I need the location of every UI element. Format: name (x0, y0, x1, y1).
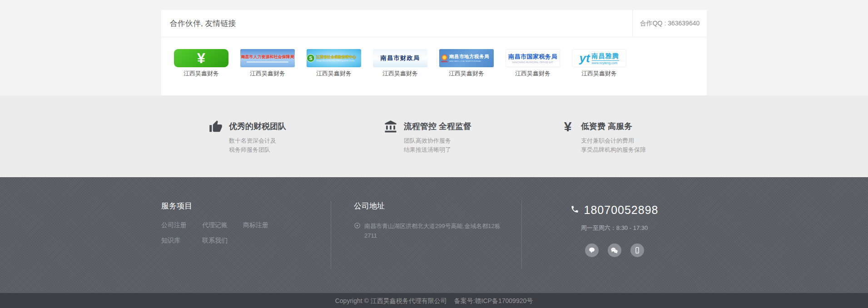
services-heading: 服务项目 (161, 201, 331, 211)
partner-logo-caption: 江西昊鑫财务 (240, 70, 295, 78)
partners-section: 合作伙伴, 友情链接 合作QQ : 363639640 ¥ 江西昊鑫财务 南昌市… (0, 0, 868, 95)
partner-logo-caption: 江西昊鑫财务 (307, 70, 361, 78)
dishui-banner: 南昌市地方税务局 NANCHANG LOCAL TAXATION BUREAU (439, 49, 494, 67)
footer-contact-column: 18070052898 周一至周六：8:30 - 17:30 (522, 201, 707, 269)
partner-qq-label: 合作QQ : 363639640 (632, 10, 707, 37)
shebao-title: 江西省社会保险管理中心 (316, 55, 361, 60)
partner-logo-green-yuan[interactable]: ¥ 江西昊鑫财务 (174, 49, 228, 78)
guoshui-subtitle: NANCHANG MUNICIPAL OFFICE SAT (512, 61, 554, 64)
wechat-icon[interactable] (608, 243, 621, 257)
shebao-badge-icon: S (307, 54, 315, 62)
dishui-subtitle: NANCHANG LOCAL TAXATION BUREAU (449, 60, 477, 62)
footer-services-column: 服务项目 公司注册 代理记账 商标注册 知识库 联系我们 (161, 201, 331, 269)
renshe-banner: 南昌市人力资源和社会保障局 (240, 49, 295, 67)
partner-logo-caizheng[interactable]: 南昌市财政局 江西昊鑫财务 (373, 49, 427, 78)
green-yuan-logo: ¥ (174, 49, 228, 67)
thumbs-up-icon (208, 120, 223, 134)
footer-link-contact[interactable]: 联系我们 (202, 237, 243, 245)
partner-logo-dishui[interactable]: 南昌市地方税务局 NANCHANG LOCAL TAXATION BUREAU … (439, 49, 494, 78)
partners-header: 合作伙伴, 友情链接 合作QQ : 363639640 (161, 10, 707, 37)
partner-logo-yateng[interactable]: yt 南昌雅腾 www.ncyteng.com 江西昊鑫财务 (572, 49, 626, 78)
shebao-subtitle: Jiangxi Social Insurance Management Cent… (316, 60, 347, 61)
bank-icon (383, 120, 398, 134)
feature-line: 享受品牌机构的服务保障 (581, 145, 646, 154)
yuan-symbol: ¥ (197, 49, 205, 67)
yateng-url: www.ncyteng.com (592, 60, 619, 65)
feature-title: 流程管控 全程监督 (404, 121, 471, 132)
footer-link-trademark[interactable]: 商标注册 (243, 221, 284, 229)
yateng-banner: yt 南昌雅腾 www.ncyteng.com (572, 49, 626, 67)
feature-title: 优秀的财税团队 (229, 121, 286, 132)
partner-logo-caption: 江西昊鑫财务 (439, 70, 494, 78)
footer-address-column: 公司地址 南昌市青山湖区洪都北大道299号高能.金域名都12栋2711 (331, 201, 521, 269)
guoshui-title: 南昌市国家税务局 (508, 53, 557, 61)
feature-process: 流程管控 全程监督 团队高效协作服务 结果推送清晰明了 (383, 121, 560, 154)
icp-record-number: 备案号:赣ICP备17009920号 (454, 297, 533, 305)
partner-logo-renshe[interactable]: 南昌市人力资源和社会保障局 江西昊鑫财务 (240, 49, 295, 78)
feature-team: 优秀的财税团队 数十名资深会计及 税务师服务团队 (208, 121, 383, 154)
partner-logo-caption: 江西昊鑫财务 (373, 70, 427, 78)
partners-title: 合作伙伴, 友情链接 (161, 18, 632, 29)
partner-logo-caption: 江西昊鑫财务 (506, 70, 560, 78)
company-address: 南昌市青山湖区洪都北大道299号高能.金域名都12栋2711 (364, 221, 504, 241)
caizheng-banner: 南昌市财政局 (373, 49, 427, 67)
location-pin-icon (354, 222, 361, 231)
business-hours: 周一至周六：8:30 - 17:30 (581, 224, 648, 232)
yuan-icon: ¥ (560, 120, 575, 134)
partner-logo-guoshui[interactable]: 南昌市国家税务局 NANCHANG MUNICIPAL OFFICE SAT 江… (506, 49, 560, 78)
feature-title: 低资费 高服务 (581, 121, 646, 132)
caizheng-title: 南昌市财政局 (381, 54, 420, 62)
yateng-title: 南昌雅腾 (592, 52, 619, 60)
partner-logo-shebao[interactable]: S 江西省社会保险管理中心 Jiangxi Social Insurance M… (307, 49, 361, 78)
feature-line: 团队高效协作服务 (404, 136, 471, 145)
renshe-subtext-bar (247, 61, 288, 63)
phone-icon (570, 205, 579, 215)
copyright-text: Copyright © 江西昊鑫税务代理有限公司 (335, 297, 447, 305)
footer-link-knowledge[interactable]: 知识库 (161, 237, 202, 245)
features-section: 优秀的财税团队 数十名资深会计及 税务师服务团队 流程管控 全程监督 团队高效协… (0, 95, 868, 177)
partner-logo-caption: 江西昊鑫财务 (572, 70, 626, 78)
dishui-title: 南昌市地方税务局 (449, 54, 494, 60)
feature-line: 数十名资深会计及 (229, 136, 286, 145)
partner-logo-caption: 江西昊鑫财务 (174, 70, 228, 78)
partners-panel: 合作伙伴, 友情链接 合作QQ : 363639640 ¥ 江西昊鑫财务 南昌市… (161, 10, 707, 95)
feature-line: 支付兼职会计的费用 (581, 136, 646, 145)
yateng-mark-icon: yt (579, 52, 590, 64)
guoshui-banner: 南昌市国家税务局 NANCHANG MUNICIPAL OFFICE SAT (506, 49, 560, 67)
shebao-banner: S 江西省社会保险管理中心 Jiangxi Social Insurance M… (307, 49, 361, 67)
address-heading: 公司地址 (354, 201, 521, 211)
feature-line: 结果推送清晰明了 (404, 145, 471, 154)
chat-bubble-icon[interactable] (585, 243, 599, 257)
partner-logos-row: ¥ 江西昊鑫财务 南昌市人力资源和社会保障局 江西昊鑫财务 S 江西省社会保险管… (161, 37, 707, 95)
renshe-title: 南昌市人力资源和社会保障局 (241, 54, 294, 60)
copyright-bar: Copyright © 江西昊鑫税务代理有限公司 备案号:赣ICP备170099… (0, 293, 868, 308)
feature-price: ¥ 低资费 高服务 支付兼职会计的费用 享受品牌机构的服务保障 (560, 121, 707, 154)
phone-number: 18070052898 (584, 204, 659, 217)
national-emblem-icon (441, 55, 447, 62)
feature-line: 税务师服务团队 (229, 145, 286, 154)
footer-link-bookkeeping[interactable]: 代理记账 (202, 221, 243, 229)
mobile-icon[interactable] (630, 243, 644, 257)
footer-link-company-register[interactable]: 公司注册 (161, 221, 202, 229)
footer: 服务项目 公司注册 代理记账 商标注册 知识库 联系我们 公司地址 南昌市青山湖… (0, 177, 868, 293)
